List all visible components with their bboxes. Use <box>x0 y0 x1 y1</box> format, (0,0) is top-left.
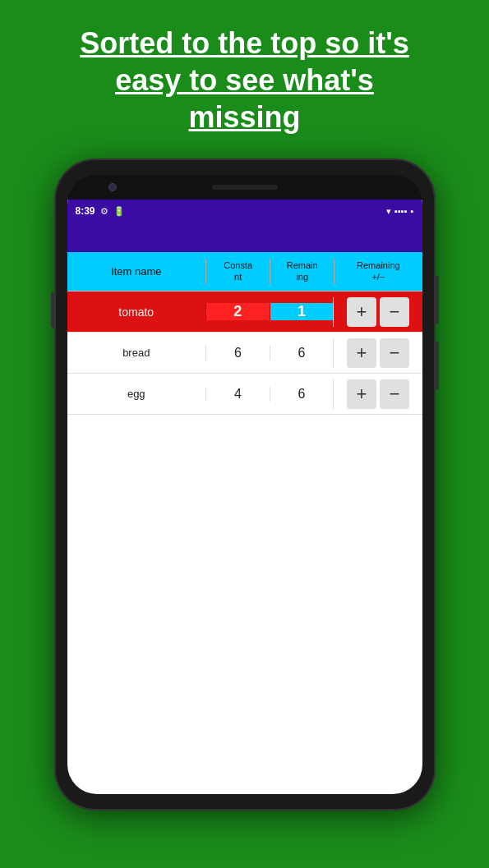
plus-button-bread[interactable]: + <box>347 338 376 368</box>
cell-item-name-bread: bread <box>67 347 206 359</box>
phone-wrapper: 8:39 ⚙ 🔋 ▾ ▪▪▪▪ ▪ Item name <box>0 152 489 809</box>
header-constant: Constant <box>205 259 270 283</box>
phone-device: 8:39 ⚙ 🔋 ▾ ▪▪▪▪ ▪ Item name <box>56 160 434 809</box>
header-remaining-adj: Remaining+/− <box>334 259 422 283</box>
table-row: egg 4 6 + − <box>67 374 422 415</box>
battery-indicator-icon: 🔋 <box>113 206 125 217</box>
empty-screen-area <box>67 415 422 743</box>
battery-icon: ▪ <box>411 206 414 216</box>
table-header: Item name Constant Remaining Remaining+/… <box>67 252 422 292</box>
minus-button-egg[interactable]: − <box>380 379 409 409</box>
settings-icon: ⚙ <box>100 206 108 217</box>
cell-item-name-tomato: tomato <box>67 305 206 319</box>
minus-button-tomato[interactable]: − <box>380 297 409 327</box>
cell-remaining-bread: 6 <box>270 346 334 361</box>
plus-button-tomato[interactable]: + <box>347 297 376 327</box>
cell-remaining-tomato: 1 <box>270 303 334 320</box>
wifi-icon: ▾ <box>386 206 391 217</box>
status-time: 8:39 <box>76 205 95 217</box>
cell-buttons-tomato: + − <box>333 297 422 327</box>
screen: 8:39 ⚙ 🔋 ▾ ▪▪▪▪ ▪ Item name <box>67 200 422 794</box>
speaker-grille <box>212 185 278 190</box>
headline-line1: Sorted to the top so it's <box>80 26 409 60</box>
cell-item-name-egg: egg <box>67 388 206 400</box>
table-row: bread 6 6 + − <box>67 333 422 374</box>
plus-button-egg[interactable]: + <box>347 379 376 409</box>
cell-constant-bread: 6 <box>205 346 270 361</box>
phone-screen-area: 8:39 ⚙ 🔋 ▾ ▪▪▪▪ ▪ Item name <box>67 175 422 794</box>
cell-buttons-bread: + − <box>333 338 422 368</box>
headline-line2: easy to see what's <box>115 63 374 97</box>
phone-side-button <box>51 292 56 328</box>
app-bar <box>67 223 422 252</box>
cell-remaining-egg: 6 <box>270 387 334 402</box>
status-bar: 8:39 ⚙ 🔋 ▾ ▪▪▪▪ ▪ <box>67 200 422 223</box>
header-remaining: Remaining <box>270 259 334 283</box>
cell-constant-egg: 4 <box>205 387 270 402</box>
headline-text: Sorted to the top so it's easy to see wh… <box>0 0 489 152</box>
status-left: 8:39 ⚙ 🔋 <box>76 205 125 217</box>
phone-top-bar <box>67 175 422 200</box>
camera-lens <box>108 183 117 191</box>
header-item-name: Item name <box>67 262 206 281</box>
signal-bars-icon: ▪▪▪▪ <box>394 206 408 216</box>
status-right-icons: ▾ ▪▪▪▪ ▪ <box>386 206 414 217</box>
headline-line3: missing <box>188 100 300 134</box>
cell-buttons-egg: + − <box>333 379 422 409</box>
minus-button-bread[interactable]: − <box>380 338 409 368</box>
table-row: tomato 2 1 + − <box>67 292 422 333</box>
cell-constant-tomato: 2 <box>205 303 270 320</box>
